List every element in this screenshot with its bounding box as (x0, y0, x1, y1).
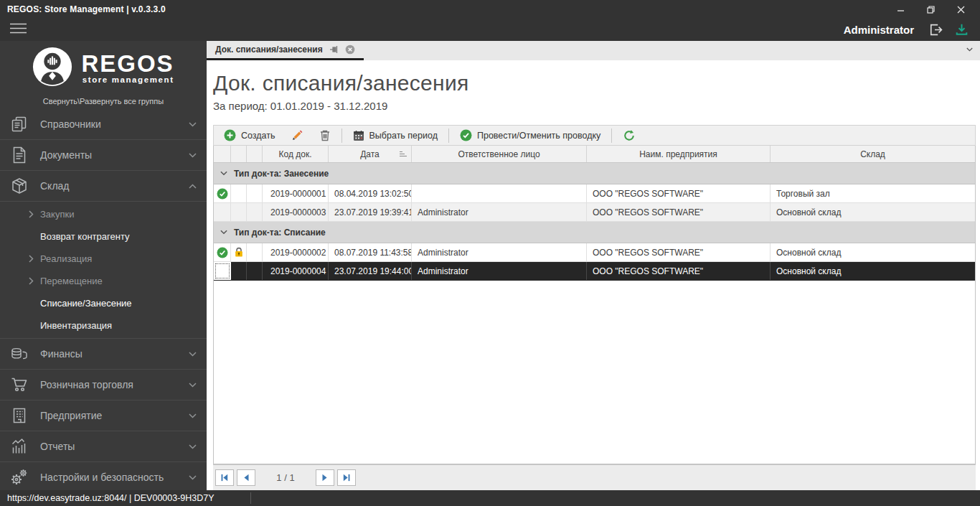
sidebar-item-label: Справочники (40, 118, 101, 130)
sidebar-item-label: Предприятие (40, 410, 102, 421)
pin-icon[interactable] (329, 45, 339, 54)
cell-person: Administrator (412, 243, 587, 261)
cell-company: OOO "REGOS SOFTWARE" (587, 184, 771, 202)
page-content: Док. списания/занесения За период: 01.01… (207, 60, 980, 490)
title-bar: REGOS: Store Management | v.0.3.3.0 (0, 0, 980, 19)
next-page-icon (320, 473, 330, 482)
menu-toggle-button[interactable] (10, 23, 27, 37)
warehouse-icon (9, 177, 30, 195)
sidebar-item-purchases[interactable]: Закупки (0, 203, 207, 225)
table-row[interactable]: 2019-0000003 23.07.2019 19:39:41 Adminis… (214, 203, 975, 222)
cell-warehouse: Основной склад (771, 262, 975, 280)
check-circle-icon (460, 129, 472, 141)
status-bar: https://dev.easytrade.uz:8044/ | DEV0000… (0, 490, 980, 506)
cell-code: 2019-0000004 (263, 262, 329, 280)
cell-warehouse: Основной склад (771, 203, 975, 221)
tab-doc-writeoff[interactable]: Док. списания/занесения (207, 41, 364, 60)
chevron-right-icon (29, 277, 40, 285)
sidebar-item-references[interactable]: Справочники (0, 109, 207, 140)
post-button-label: Провести/Отменить проводку (477, 131, 600, 141)
chevron-down-icon (189, 475, 197, 480)
pencil-icon (291, 129, 303, 141)
logout-button[interactable] (927, 22, 943, 38)
create-button[interactable]: Создать (217, 127, 283, 144)
last-page-button[interactable] (337, 469, 356, 486)
user-area: Administrator (844, 22, 970, 38)
previous-page-button[interactable] (237, 469, 255, 486)
sidebar-item-retail[interactable]: Розничная торговля (0, 370, 207, 400)
cell-person: Administrator (412, 203, 587, 221)
trash-icon (319, 129, 331, 141)
sidebar-item-finance[interactable]: Финансы (0, 339, 207, 370)
retail-icon (9, 375, 30, 394)
references-icon (9, 115, 30, 133)
finance-icon (9, 345, 30, 363)
restore-button[interactable] (924, 4, 937, 15)
cell-warehouse: Торговый зал (771, 184, 975, 202)
sidebar-item-transfer[interactable]: Перемещение (0, 270, 207, 292)
post-button[interactable]: Провести/Отменить проводку (453, 127, 608, 144)
header-lock[interactable] (231, 146, 247, 162)
group-row[interactable]: Тип док-та: Занесение (214, 163, 975, 184)
minimize-button[interactable] (894, 4, 907, 15)
sidebar-item-return-to-contractor[interactable]: Возврат контрагенту (0, 225, 207, 248)
tab-list-dropdown[interactable] (966, 47, 973, 52)
sidebar-item-write-off-entry[interactable]: Списание/Занесение (0, 292, 207, 314)
previous-page-icon (241, 473, 251, 482)
group-row[interactable]: Тип док-та: Списание (214, 222, 975, 243)
group-label: Тип док-та: Занесение (234, 169, 329, 179)
sidebar-item-label: Склад (40, 180, 70, 192)
collapse-all-groups-link[interactable]: Свернуть\Развернуть все группы (0, 97, 207, 107)
select-period-button[interactable]: Выбрать период (346, 127, 445, 144)
header-posted[interactable] (214, 146, 231, 162)
sidebar-item-inventory[interactable]: Инвентаризация (0, 314, 207, 337)
chevron-down-icon (189, 383, 197, 388)
table-row[interactable]: 2019-0000004 23.07.2019 19:44:00 Adminis… (214, 262, 975, 281)
chevron-down-icon (189, 153, 197, 158)
header-person[interactable]: Ответственное лицо (412, 146, 587, 162)
delete-button[interactable] (312, 127, 338, 144)
sidebar-item-reports[interactable]: Отчеты (0, 431, 207, 462)
current-user: Administrator (844, 24, 914, 36)
sidebar-subitem-label: Списание/Занесение (40, 298, 132, 309)
header-company[interactable]: Наим. предприятия (587, 146, 771, 162)
cell-lock (231, 203, 247, 221)
enterprise-icon (9, 406, 30, 425)
page-indicator: 1 / 1 (267, 472, 304, 483)
download-button[interactable] (953, 22, 970, 38)
chevron-down-icon (189, 413, 197, 418)
last-page-icon (341, 473, 352, 482)
cell-warehouse: Основной склад (771, 243, 975, 261)
header-date[interactable]: Дата (329, 146, 412, 162)
sidebar-subitem-label: Перемещение (40, 276, 103, 286)
cell-company: OOO "REGOS SOFTWARE" (587, 243, 771, 261)
next-page-button[interactable] (316, 469, 334, 486)
tab-close-button[interactable] (345, 44, 355, 55)
tab-label: Док. списания/занесения (215, 44, 323, 55)
first-page-button[interactable] (215, 469, 234, 486)
cell-posted (214, 203, 231, 221)
pagination-bar: 1 / 1 (213, 464, 976, 490)
chevron-down-icon (220, 171, 227, 176)
sidebar-item-documents[interactable]: Документы (0, 140, 207, 171)
table-row[interactable]: 2019-0000001 08.04.2019 13:02:50 OOO "RE… (214, 184, 975, 203)
table-row[interactable]: 2019-0000002 08.07.2019 11:43:58 Adminis… (214, 243, 975, 262)
sidebar-item-realization[interactable]: Реализация (0, 248, 207, 270)
status-divider (250, 492, 251, 504)
edit-button[interactable] (284, 127, 311, 144)
header-extra[interactable] (247, 146, 263, 162)
sidebar-item-label: Документы (40, 149, 92, 161)
sidebar-item-settings-security[interactable]: Настройки и безопасность (0, 462, 207, 490)
cell-person (412, 184, 587, 202)
header-code[interactable]: Код док. (263, 146, 329, 162)
close-button[interactable] (954, 4, 967, 15)
refresh-button[interactable] (616, 127, 643, 144)
sidebar-item-warehouse[interactable]: Склад (0, 171, 207, 202)
header-warehouse[interactable]: Склад (771, 146, 975, 162)
sidebar-item-enterprise[interactable]: Предприятие (0, 400, 207, 431)
app-logo: REGOS store management (0, 46, 207, 90)
chevron-down-icon (189, 352, 197, 357)
page-title: Док. списания/занесения (213, 69, 976, 98)
header-date-label: Дата (360, 149, 380, 159)
toolbar: Создать Выбрать период (213, 125, 976, 146)
